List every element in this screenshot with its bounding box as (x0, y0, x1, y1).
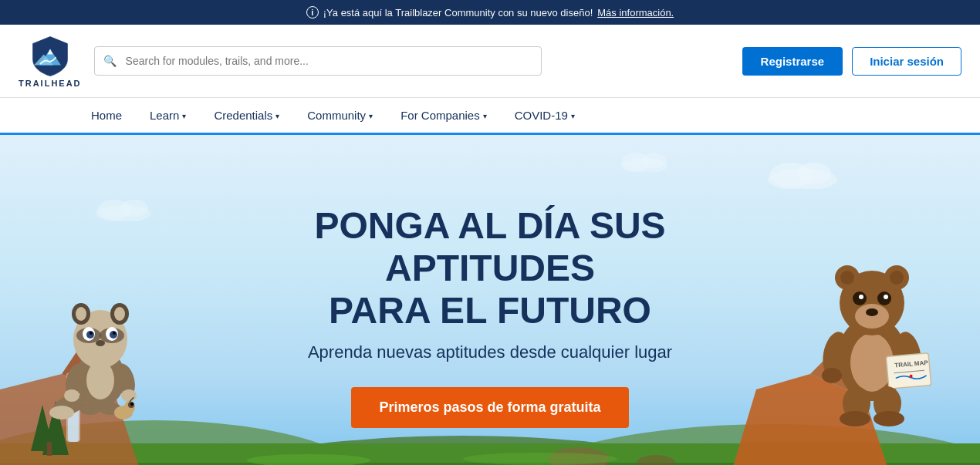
svg-point-8 (120, 200, 148, 217)
svg-point-33 (64, 389, 79, 402)
svg-point-11 (642, 153, 667, 168)
hero-subtitle: Aprenda nuevas aptitudes desde cualquier… (308, 342, 672, 362)
chevron-down-icon: ▾ (275, 112, 279, 120)
nav-bar: Home Learn ▾ Credentials ▾ Community ▾ F… (0, 98, 980, 135)
cloud-decoration-1 (764, 158, 841, 192)
svg-point-48 (114, 307, 125, 321)
hero-cta-button[interactable]: Primeros pasos de forma gratuita (351, 387, 628, 428)
svg-point-49 (79, 403, 101, 415)
svg-point-69 (859, 295, 863, 299)
svg-point-59 (822, 368, 842, 383)
svg-point-79 (874, 411, 904, 426)
header: TRAILHEAD 🔍 Registrarse Iniciar sesión (0, 25, 980, 98)
astro-character (46, 266, 154, 436)
announcement-link[interactable]: Más información. (597, 7, 674, 19)
chevron-down-icon: ▾ (483, 112, 487, 120)
cloud-decoration-3 (617, 150, 671, 175)
info-icon: i (306, 6, 319, 19)
login-button[interactable]: Iniciar sesión (852, 47, 961, 76)
nav-home[interactable]: Home (77, 98, 136, 133)
svg-point-75 (890, 271, 904, 285)
svg-point-54 (130, 403, 133, 406)
nav-learn[interactable]: Learn ▾ (136, 98, 200, 133)
search-input[interactable] (94, 46, 542, 76)
announcement-bar: i ¡Ya está aquí la Trailblazer Community… (0, 0, 980, 25)
svg-point-78 (840, 411, 870, 426)
svg-point-28 (49, 406, 74, 420)
bear-character: TRAIL MAP (810, 235, 934, 436)
nav-for-companies[interactable]: For Companies ▾ (387, 98, 501, 133)
logo-image (29, 34, 72, 77)
svg-rect-61 (886, 353, 931, 389)
chevron-down-icon: ▾ (571, 112, 575, 120)
logo-text: TRAILHEAD (19, 79, 82, 88)
svg-point-74 (840, 271, 854, 285)
svg-point-71 (866, 308, 878, 316)
nav-community[interactable]: Community ▾ (293, 98, 387, 133)
chevron-down-icon: ▾ (369, 112, 373, 120)
nav-covid[interactable]: COVID-19 ▾ (501, 98, 589, 133)
svg-rect-22 (47, 442, 52, 456)
svg-point-42 (90, 332, 93, 335)
header-actions: Registrarse Iniciar sesión (742, 47, 961, 76)
svg-point-26 (463, 453, 617, 465)
svg-point-70 (884, 295, 888, 299)
search-bar-container: 🔍 (94, 46, 542, 76)
cloud-decoration-2 (93, 197, 154, 224)
register-button[interactable]: Registrarse (742, 47, 843, 76)
svg-point-5 (797, 163, 831, 184)
logo-link[interactable]: TRAILHEAD (19, 34, 82, 88)
search-icon: 🔍 (103, 55, 117, 67)
svg-point-43 (113, 332, 116, 335)
hero-title: PONGA AL DÍA SUS APTITUDES PARA EL FUTUR… (220, 204, 760, 332)
nav-credentials[interactable]: Credentials ▾ (200, 98, 293, 133)
hero-section: PONGA AL DÍA SUS APTITUDES PARA EL FUTUR… (0, 135, 980, 465)
announcement-text: ¡Ya está aquí la Trailblazer Community c… (323, 7, 593, 19)
svg-point-34 (121, 389, 137, 402)
chevron-down-icon: ▾ (182, 112, 186, 120)
svg-point-44 (96, 340, 105, 346)
svg-point-47 (76, 307, 86, 321)
